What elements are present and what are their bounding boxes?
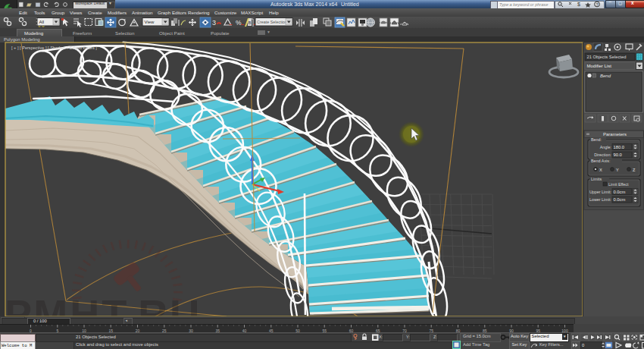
svg-text:90.0: 90.0 — [614, 152, 622, 157]
svg-text:Angle:: Angle: — [600, 145, 611, 149]
svg-text:X: X — [599, 168, 602, 172]
svg-text:Bend:: Bend: — [591, 137, 602, 142]
svg-text:Limits: Limits — [591, 177, 602, 181]
svg-text:Modifier List: Modifier List — [587, 64, 612, 68]
svg-text:[ + ] [ Perspective ] [ Shaded: [ + ] [ Perspective ] [ Shaded + Edged F… — [11, 46, 97, 50]
svg-text:Parameters: Parameters — [603, 132, 627, 137]
svg-text:Direction:: Direction: — [594, 152, 611, 157]
svg-text:Upper Limit:: Upper Limit: — [589, 190, 611, 194]
svg-text:180.0: 180.0 — [614, 145, 625, 149]
svg-text:Y: Y — [616, 168, 619, 172]
svg-text:Z: Z — [633, 168, 636, 172]
svg-text:Bend: Bend — [600, 74, 611, 78]
svg-text:0.0cm: 0.0cm — [614, 190, 626, 194]
svg-text:Lower Limit:: Lower Limit: — [589, 197, 611, 202]
svg-text:0.0cm: 0.0cm — [614, 197, 626, 202]
svg-text:Bend Axis:: Bend Axis: — [591, 159, 610, 163]
svg-text:Limit Effect: Limit Effect — [608, 182, 629, 187]
svg-text:21 Objects Selected: 21 Objects Selected — [587, 55, 627, 59]
